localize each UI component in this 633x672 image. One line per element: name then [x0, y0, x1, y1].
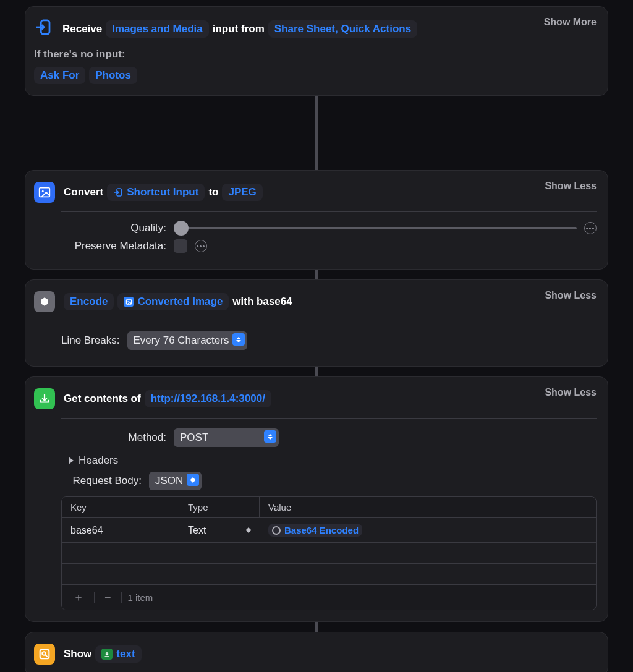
more-icon[interactable]: ••• [195, 240, 207, 252]
url-token[interactable]: http://192.168.1.4:3000/ [145, 390, 271, 407]
text-var-icon [101, 649, 113, 660]
svg-point-8 [42, 652, 46, 655]
stepper-icon [264, 430, 276, 443]
cell-type[interactable]: Text [179, 520, 260, 541]
quicklook-icon [34, 644, 55, 665]
connector [315, 96, 318, 170]
encode-input-token[interactable]: Converted Image [117, 293, 229, 310]
line-breaks-select[interactable]: Every 76 Characters [127, 331, 248, 350]
receive-type-token[interactable]: Images and Media [106, 20, 208, 38]
quality-label: Quality: [61, 222, 166, 234]
stepper-icon [232, 333, 245, 346]
download-icon [34, 388, 55, 409]
receive-source-token[interactable]: Share Sheet, Quick Actions [268, 20, 417, 38]
convert-verb: Convert [64, 186, 103, 198]
svg-point-6 [127, 300, 128, 301]
svg-marker-4 [41, 297, 48, 306]
encode-icon [34, 291, 55, 312]
show-verb: Show [64, 648, 91, 660]
body-label: Request Body: [61, 475, 142, 487]
preserve-label: Preserve Metadata: [61, 240, 166, 252]
show-less-button[interactable]: Show Less [545, 387, 597, 398]
fallback-type-token[interactable]: Photos [89, 67, 137, 84]
encoded-icon [272, 526, 281, 535]
add-row-button[interactable]: ＋ [69, 590, 88, 605]
stepper-icon [246, 527, 251, 533]
col-key: Key [62, 497, 179, 517]
connector [315, 270, 318, 279]
convert-format-token[interactable]: JPEG [222, 184, 262, 201]
show-input-token[interactable]: text [95, 645, 141, 663]
svg-rect-1 [40, 188, 50, 197]
image-icon [34, 182, 55, 203]
get-verb: Get contents of [64, 393, 141, 405]
line-breaks-label: Line Breaks: [61, 334, 120, 347]
more-icon[interactable]: ••• [584, 222, 597, 234]
input-icon [34, 18, 53, 40]
remove-row-button[interactable]: − [101, 591, 115, 604]
convert-input-token[interactable]: Shortcut Input [107, 184, 205, 201]
show-less-button[interactable]: Show Less [545, 290, 597, 301]
headers-disclosure[interactable]: Headers [69, 454, 597, 467]
cell-key[interactable]: base64 [62, 520, 179, 541]
svg-point-2 [42, 190, 44, 192]
chevron-right-icon [69, 457, 74, 464]
col-value: Value [260, 497, 596, 517]
table-row[interactable] [62, 563, 596, 584]
encode-verb-token[interactable]: Encode [64, 293, 114, 310]
body-table: Key Type Value base64 Text Base64 Encode… [61, 496, 597, 610]
item-count: 1 item [128, 592, 153, 603]
cell-value[interactable]: Base64 Encoded [260, 519, 596, 542]
encode-with: with base64 [232, 296, 292, 308]
table-row[interactable]: base64 Text Base64 Encoded [62, 517, 596, 542]
stepper-icon [187, 474, 199, 486]
method-label: Method: [61, 432, 166, 444]
receive-mid: input from [213, 23, 265, 35]
body-select[interactable]: JSON [149, 472, 202, 490]
get-contents-card: Show Less Get contents of http://192.168… [25, 376, 608, 622]
connector [315, 367, 318, 376]
show-card: Show text [25, 632, 608, 672]
encode-card: Show Less Encode Converted Image with ba… [25, 279, 608, 367]
no-input-label: If there's no input: [34, 48, 597, 61]
preserve-checkbox[interactable] [174, 239, 187, 253]
convert-card: Show Less Convert Shortcut Input to JPEG… [25, 170, 608, 270]
show-more-button[interactable]: Show More [544, 17, 597, 28]
convert-to: to [208, 186, 218, 198]
connector [315, 622, 318, 632]
svg-rect-5 [126, 299, 131, 304]
method-select[interactable]: POST [174, 428, 279, 447]
converted-image-icon [124, 297, 134, 307]
col-type: Type [179, 497, 260, 517]
receive-verb: Receive [62, 23, 102, 35]
show-less-button[interactable]: Show Less [545, 181, 597, 192]
svg-rect-7 [40, 650, 49, 659]
fallback-action-token[interactable]: Ask For [34, 67, 85, 84]
quality-slider[interactable] [174, 227, 577, 229]
table-row[interactable] [62, 542, 596, 563]
receive-card: Show More Receive Images and Media input… [25, 6, 608, 96]
